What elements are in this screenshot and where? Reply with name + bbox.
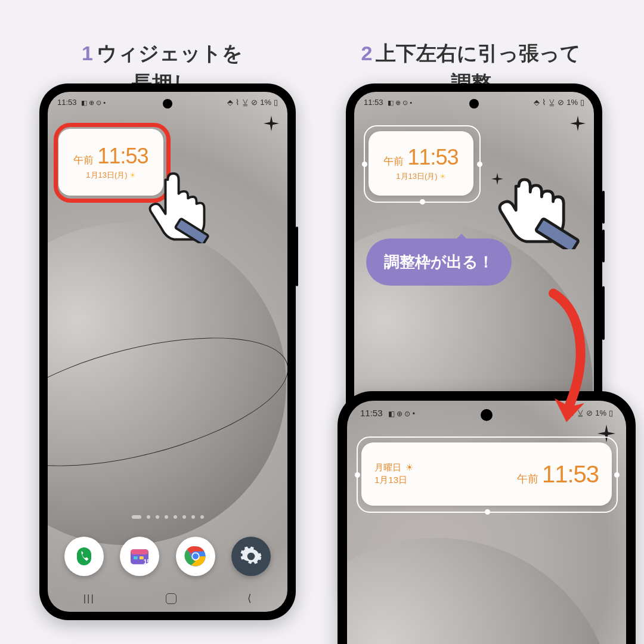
chrome-app-icon[interactable] [176,537,215,576]
battery-percent: 1% [595,408,606,417]
resize-frame[interactable] [357,436,618,513]
svg-rect-2 [131,549,148,554]
resize-handle-bottom[interactable] [420,199,425,205]
status-time: 11:53 [360,408,383,418]
status-time: 11:53 [57,98,77,107]
app-dock: 15 [48,537,287,576]
sparkle-icon [570,116,586,131]
camera-notch [481,409,493,421]
nav-back[interactable]: ⟨ [247,592,252,605]
camera-notch [469,99,479,109]
battery-percent: 1% [260,98,271,107]
svg-rect-3 [134,556,138,559]
svg-text:15: 15 [144,559,151,565]
calendar-app-icon[interactable]: 15 [120,537,159,576]
phone-mock-1: 11:53 ◧ ⊕ ⊙ • ⬘ ⌇ ⩣ ⊘ 1% ▯ 午前 11:53 1月13… [39,83,296,620]
nav-home[interactable] [166,593,177,604]
resize-handle-right[interactable] [477,162,482,167]
red-arrow [541,287,595,425]
battery-icon: ▯ [274,98,278,107]
phone-mock-3: 11:53 ◧ ⊕ ⊙ • ⬘ ⌇ ⩣ ⊘ 1% ▯ 月曜日 ☀ 1月13日 午… [338,391,636,644]
wallpaper-planet [347,538,615,644]
sparkle-icon [264,116,279,131]
tap-hand-cursor [138,166,216,243]
battery-percent: 1% [566,98,578,107]
resize-handle-bottom[interactable] [485,509,490,515]
page-indicator[interactable] [48,515,287,519]
resize-handle-right[interactable] [614,472,620,478]
resize-handle-left[interactable] [355,472,360,478]
resize-frame[interactable] [364,125,481,203]
resize-handle-left[interactable] [362,162,367,167]
battery-icon: ▯ [609,408,613,417]
nav-bar: ||| ⟨ [48,592,287,605]
status-time: 11:53 [364,98,383,107]
settings-app-icon[interactable] [231,537,271,576]
status-left-icons: ◧ ⊕ ⊙ • [81,99,106,106]
home-screen[interactable]: 11:53 ◧ ⊕ ⊙ • ⬘ ⌇ ⩣ ⊘ 1% ▯ 月曜日 ☀ 1月13日 午… [347,401,626,644]
nav-recents[interactable]: ||| [83,593,95,605]
svg-rect-4 [140,556,144,559]
camera-notch [163,99,172,109]
svg-rect-0 [77,547,91,565]
battery-icon: ▯ [580,98,584,107]
status-right-icons: ⬘ ⌇ ⩣ ⊘ [227,98,258,107]
svg-point-8 [193,553,199,559]
phone-app-icon[interactable] [64,537,104,576]
drag-hand-cursor [490,154,586,249]
